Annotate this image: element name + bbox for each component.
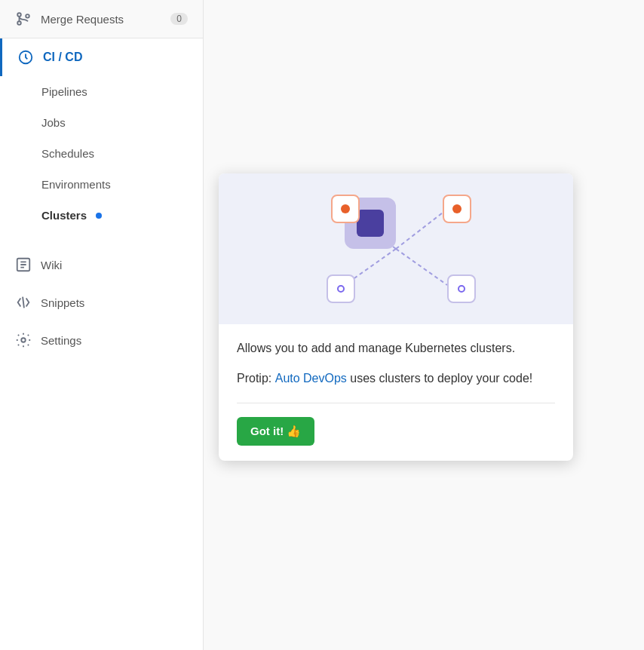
protip-prefix: Protip:: [237, 372, 271, 385]
schedules-label: Schedules: [41, 147, 94, 160]
svg-point-6: [21, 338, 26, 342]
cicd-label: CI / CD: [43, 51, 82, 64]
sidebar-item-pipelines[interactable]: Pipelines: [0, 76, 203, 107]
sidebar-item-snippets[interactable]: Snippets: [0, 284, 203, 321]
node-top-left: [331, 195, 360, 223]
sidebar-item-settings[interactable]: Settings: [0, 321, 203, 359]
clusters-popup: Allows you to add and manage Kubernetes …: [219, 173, 573, 461]
node-top-right: [443, 195, 471, 223]
merge-requests-badge: 0: [170, 13, 188, 25]
pipelines-label: Pipelines: [41, 85, 87, 98]
node-bottom-left: [327, 274, 355, 303]
sidebar-item-schedules[interactable]: Schedules: [0, 138, 203, 169]
cicd-icon: [17, 49, 34, 66]
auto-devops-link[interactable]: Auto DevOps: [275, 372, 347, 385]
sidebar-item-wiki[interactable]: Wiki: [0, 246, 203, 284]
snippets-label: Snippets: [41, 296, 84, 309]
clusters-row: Clusters: [41, 209, 102, 222]
node-bottom-right: [447, 274, 476, 303]
clusters-active-dot: [96, 213, 102, 219]
merge-requests-label: Merge Requests: [41, 13, 124, 26]
settings-icon: [15, 332, 32, 348]
popup-body: Allows you to add and manage Kubernetes …: [219, 324, 573, 461]
sidebar-item-clusters[interactable]: Clusters: [0, 200, 203, 231]
merge-requests-icon: [15, 11, 32, 27]
popup-divider: [237, 403, 555, 403]
settings-label: Settings: [41, 334, 81, 347]
cicd-section-header[interactable]: CI / CD: [0, 38, 203, 76]
got-it-label: Got it! 👍: [250, 425, 301, 438]
jobs-label: Jobs: [41, 116, 66, 129]
popup-protip: Protip: Auto DevOps uses clusters to dep…: [237, 369, 555, 388]
protip-suffix: uses clusters to deploy your code!: [350, 372, 532, 385]
wiki-icon: [15, 256, 32, 273]
cluster-diagram: [298, 189, 494, 309]
sidebar-item-jobs[interactable]: Jobs: [0, 107, 203, 138]
environments-label: Environments: [41, 178, 111, 191]
sidebar-item-environments[interactable]: Environments: [0, 169, 203, 200]
center-node-inner: [357, 210, 384, 237]
sidebar: Merge Requests 0 CI / CD Pipelines Jobs …: [0, 0, 204, 650]
snippets-icon: [15, 294, 32, 311]
got-it-button[interactable]: Got it! 👍: [237, 417, 314, 446]
svg-point-2: [26, 14, 29, 18]
svg-line-8: [396, 213, 443, 249]
svg-line-10: [396, 249, 447, 285]
sidebar-item-merge-requests[interactable]: Merge Requests 0: [0, 0, 203, 38]
popup-illustration: [219, 173, 573, 324]
svg-line-5: [23, 297, 24, 308]
popup-description: Allows you to add and manage Kubernetes …: [237, 339, 555, 357]
wiki-label: Wiki: [41, 259, 62, 271]
clusters-label: Clusters: [41, 209, 87, 222]
